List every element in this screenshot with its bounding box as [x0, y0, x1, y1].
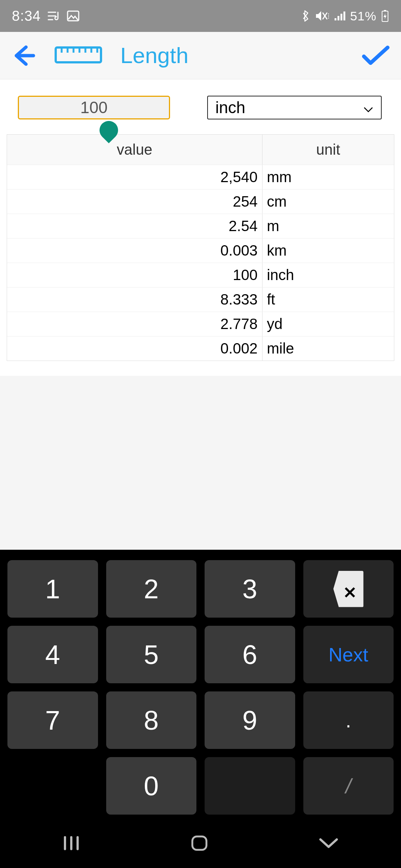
android-navbar — [7, 823, 394, 864]
unit-select[interactable]: inch — [207, 96, 382, 119]
svg-rect-1 — [335, 18, 336, 20]
cell-value: 100 — [7, 263, 263, 287]
table-row[interactable]: 0.002mile — [7, 336, 394, 361]
key-7[interactable]: 7 — [7, 691, 98, 749]
key-empty — [205, 757, 295, 815]
status-bar: 8:34 51% — [0, 0, 401, 32]
cell-value: 2.54 — [7, 214, 263, 238]
svg-rect-6 — [384, 10, 386, 11]
table-row[interactable]: 254cm — [7, 189, 394, 214]
cell-unit: mile — [263, 336, 394, 361]
key-5[interactable]: 5 — [106, 626, 197, 683]
table-row[interactable]: 2,540mm — [7, 165, 394, 189]
status-left: 8:34 — [12, 8, 79, 24]
cell-value: 8.333 — [7, 287, 263, 312]
svg-rect-4 — [343, 11, 345, 20]
cell-value: 2.778 — [7, 312, 263, 336]
status-battery-text: 51% — [350, 9, 376, 23]
page-title: Length — [120, 43, 189, 68]
key-slash[interactable]: / — [303, 757, 394, 815]
bluetooth-icon — [301, 10, 310, 22]
key-backspace[interactable]: ✕ — [303, 560, 394, 618]
conversion-table: value unit 2,540mm254cm2.54m0.003km100in… — [7, 134, 394, 361]
key-4[interactable]: 4 — [7, 626, 98, 683]
ruler-icon — [54, 45, 102, 67]
back-button[interactable] — [10, 43, 36, 69]
chevron-down-icon — [363, 98, 374, 117]
app-header: Length — [0, 32, 401, 79]
table-row[interactable]: 100inch — [7, 263, 394, 287]
nav-recents-button[interactable] — [61, 835, 81, 851]
cell-unit: inch — [263, 263, 394, 287]
music-queue-icon — [48, 11, 60, 21]
cell-unit: cm — [263, 190, 394, 214]
numeric-keyboard: 1 2 3 ✕ 4 5 6 Next 7 8 9 . 0 / — [0, 550, 401, 868]
mute-vibrate-icon — [314, 10, 329, 22]
cell-value: 2,540 — [7, 165, 263, 189]
key-0[interactable]: 0 — [106, 757, 197, 815]
table-header: value unit — [7, 135, 394, 165]
cell-unit: m — [263, 214, 394, 238]
key-8[interactable]: 8 — [106, 691, 197, 749]
cell-unit: yd — [263, 312, 394, 336]
cell-value: 254 — [7, 190, 263, 214]
value-input-wrap — [18, 96, 170, 119]
table-row[interactable]: 2.54m — [7, 214, 394, 238]
title-area: Length — [54, 43, 189, 68]
table-row[interactable]: 2.778yd — [7, 312, 394, 336]
th-value: value — [7, 135, 263, 165]
cell-value: 0.002 — [7, 336, 263, 361]
cell-value: 0.003 — [7, 239, 263, 263]
confirm-button[interactable] — [361, 45, 391, 67]
svg-rect-8 — [192, 836, 206, 850]
unit-select-value: inch — [215, 98, 245, 117]
svg-rect-3 — [340, 14, 342, 20]
image-icon — [67, 10, 79, 22]
svg-rect-2 — [338, 16, 339, 20]
input-row: inch — [0, 79, 401, 134]
key-next[interactable]: Next — [303, 626, 394, 683]
signal-icon — [334, 11, 346, 21]
value-input[interactable] — [18, 96, 170, 119]
table-row[interactable]: 0.003km — [7, 238, 394, 263]
backspace-icon: ✕ — [333, 571, 363, 607]
nav-hide-keyboard-button[interactable] — [317, 836, 340, 850]
nav-home-button[interactable] — [189, 834, 209, 852]
key-2[interactable]: 2 — [106, 560, 197, 618]
th-unit: unit — [263, 135, 394, 165]
battery-charging-icon — [381, 10, 389, 22]
key-9[interactable]: 9 — [205, 691, 295, 749]
cell-unit: km — [263, 239, 394, 263]
cell-unit: mm — [263, 165, 394, 189]
status-time: 8:34 — [12, 8, 41, 24]
cell-unit: ft — [263, 287, 394, 312]
key-6[interactable]: 6 — [205, 626, 295, 683]
key-1[interactable]: 1 — [7, 560, 98, 618]
key-3[interactable]: 3 — [205, 560, 295, 618]
key-dot[interactable]: . — [303, 691, 394, 749]
table-row[interactable]: 8.333ft — [7, 287, 394, 312]
status-right: 51% — [301, 9, 389, 23]
